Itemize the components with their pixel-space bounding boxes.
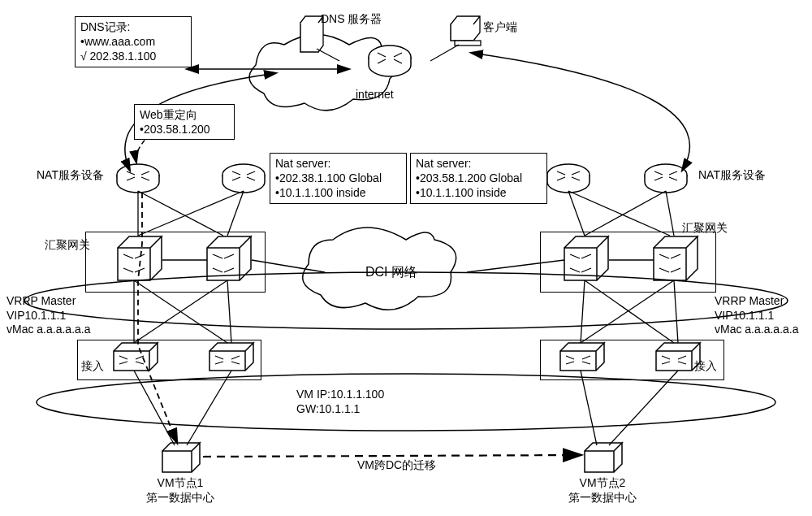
web-redirect-line1: •203.58.1.200 bbox=[140, 122, 229, 137]
nat-left-title: Nat server: bbox=[275, 156, 401, 171]
web-redirect-title: Web重定向 bbox=[140, 107, 229, 122]
agg-box-left bbox=[85, 232, 266, 293]
nat-device-left-label: NAT服务设备 bbox=[37, 168, 104, 183]
nat-right-title: Nat server: bbox=[416, 156, 542, 171]
svg-line-19 bbox=[666, 191, 674, 236]
nat-left-line2: •10.1.1.100 inside bbox=[275, 185, 401, 200]
client-icon bbox=[451, 16, 481, 46]
nat-router-left-1 bbox=[117, 164, 159, 193]
agg-right-label: 汇聚网关 bbox=[682, 221, 728, 236]
vm-node-1-icon bbox=[162, 443, 200, 472]
vm1-label: VM节点1 第一数据中心 bbox=[146, 475, 214, 505]
svg-line-33 bbox=[187, 371, 231, 445]
svg-line-15 bbox=[227, 191, 244, 236]
vm-node-2-icon bbox=[585, 443, 622, 472]
dns-server-icon bbox=[300, 16, 323, 52]
dns-line2: √ 202.38.1.100 bbox=[80, 49, 186, 63]
svg-line-14 bbox=[138, 191, 244, 236]
dns-server-label: DNS 服务器 bbox=[321, 12, 382, 27]
agg-left-label: 汇聚网关 bbox=[45, 238, 90, 253]
vm-ellipse bbox=[37, 374, 775, 431]
vm-info: VM IP:10.1.1.100 GW:10.1.1.1 bbox=[296, 387, 384, 416]
agg-box-right bbox=[540, 232, 716, 293]
dns-line1: •www.aaa.com bbox=[80, 34, 186, 49]
nat-router-right-1 bbox=[547, 164, 590, 193]
dci-label: DCI 网络 bbox=[365, 264, 417, 281]
nat-router-right-2 bbox=[645, 164, 687, 193]
internet-label: internet bbox=[356, 88, 394, 101]
svg-line-10 bbox=[430, 45, 459, 61]
nat-right-box: Nat server: •203.58.1.200 Global •10.1.1… bbox=[410, 153, 547, 204]
svg-line-36 bbox=[203, 455, 581, 457]
dns-record-box: DNS记录: •www.aaa.com √ 202.38.1.100 bbox=[75, 16, 192, 67]
svg-line-34 bbox=[581, 371, 597, 445]
nat-right-line1: •203.58.1.200 Global bbox=[416, 171, 542, 185]
nat-device-right-label: NAT服务设备 bbox=[698, 168, 766, 183]
client-label: 客户端 bbox=[483, 20, 517, 35]
vrrp-right: VRRP Master VIP10.1.1.1 vMac a.a.a.a.a.a bbox=[715, 294, 799, 337]
nat-left-box: Nat server: •202.38.1.100 Global •10.1.1… bbox=[270, 153, 407, 204]
migrate-label: VM跨DC的迁移 bbox=[357, 458, 436, 473]
svg-line-35 bbox=[609, 371, 678, 445]
vm2-label: VM节点2 第一数据中心 bbox=[568, 475, 637, 505]
svg-line-13 bbox=[138, 191, 223, 236]
nat-left-line1: •202.38.1.100 Global bbox=[275, 171, 401, 185]
vrrp-left: VRRP Master VIP10.1.1.1 vMac a.a.a.a.a.a bbox=[6, 294, 91, 337]
internet-router-icon bbox=[369, 46, 411, 76]
access-right-label: 接入 bbox=[694, 359, 717, 374]
access-box-left bbox=[77, 340, 261, 380]
access-left-label: 接入 bbox=[81, 359, 104, 374]
web-redirect-box: Web重定向 •203.58.1.200 bbox=[134, 104, 235, 140]
nat-right-line2: •10.1.1.100 inside bbox=[416, 185, 542, 200]
nat-router-left-2 bbox=[222, 164, 265, 193]
svg-line-16 bbox=[568, 191, 585, 236]
dns-title: DNS记录: bbox=[80, 20, 186, 34]
